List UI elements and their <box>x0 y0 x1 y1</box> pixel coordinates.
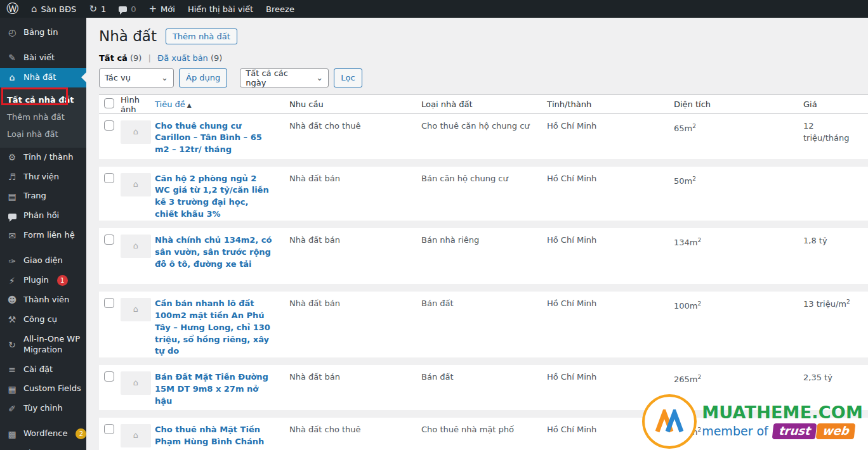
main-content: Nhà đất Thêm nhà đất Tất cả (9) | Đã xuấ… <box>86 18 868 450</box>
house-icon: ⌂ <box>133 240 138 252</box>
row-checkbox[interactable] <box>104 371 114 382</box>
filter-button[interactable]: Lọc <box>334 68 362 87</box>
sort-by-title-link[interactable]: Tiêu đề <box>155 100 185 109</box>
sidebar-item-wp-migration[interactable]: ↻ All-in-One WP Migration <box>0 330 86 360</box>
header-image: Hình ảnh <box>121 95 155 114</box>
dashboard-icon: ◴ <box>6 28 18 37</box>
post-title-link[interactable]: Nhà chính chủ 134m2, có sân vườn, sân tr… <box>155 235 282 271</box>
submenu-item-property-types[interactable]: Loại nhà đất <box>0 125 86 143</box>
sidebar-item-custom-fields[interactable]: ▦ Custom Fields <box>0 379 86 399</box>
cell-type: Cho thuê nhà mặt phố <box>421 424 547 436</box>
sort-asc-icon: ▲ <box>187 102 192 108</box>
chevron-down-icon: ⌄ <box>161 73 168 82</box>
thumbnail-placeholder: ⌂ <box>121 173 151 196</box>
post-title-link[interactable]: Cho thuê nhà Mặt Tiền Phạm Hùng Bình Chá… <box>155 424 282 450</box>
sidebar-item-media[interactable]: ♬ Thư viện <box>0 167 86 187</box>
post-title-link[interactable]: Bán Đất Mặt Tiền Đường 15M DT 9m8 x 27m … <box>155 371 282 408</box>
sidebar-label: Form liên hệ <box>23 230 75 241</box>
gear-icon: ⚙ <box>6 153 18 162</box>
post-title-link[interactable]: Cho thuê chung cư Carillon – Tân Bình – … <box>155 120 282 157</box>
select-all-checkbox[interactable] <box>104 98 114 108</box>
cell-province: Hồ Chí Minh <box>547 173 674 185</box>
submenu-item-add-property[interactable]: Thêm nhà đất <box>0 108 86 125</box>
cell-area: 265m2 <box>674 371 803 386</box>
comments-menu[interactable]: 0 <box>112 0 142 18</box>
sidebar-label: Thư viện <box>23 172 59 183</box>
cell-type: Cho thuê căn hộ chung cư <box>421 120 547 132</box>
sidebar-label: Nhà đất <box>23 72 56 83</box>
apply-button[interactable]: Áp dụng <box>179 68 227 87</box>
row-checkbox[interactable] <box>104 235 114 245</box>
view-published-count: (9) <box>211 53 222 63</box>
collapse-menu-button[interactable]: ◀ Thu gọn menu <box>0 444 86 450</box>
sidebar-item-settings[interactable]: ≡ Cài đặt <box>0 360 86 380</box>
view-filters: Tất cả (9) | Đã xuất bản (9) <box>99 53 868 63</box>
sidebar-label: Thành viên <box>23 295 69 305</box>
post-title-link[interactable]: Cần bán nhanh lô đất 100m2 mặt tiền An P… <box>155 298 282 357</box>
muatheme-logo-icon <box>642 394 697 449</box>
plug-icon: ⚡ <box>6 276 18 285</box>
cell-price: 1,8 tỷ <box>803 235 868 247</box>
row-checkbox[interactable] <box>104 120 114 131</box>
cell-need: Nhà đất bán <box>289 298 421 310</box>
sidebar-item-pages[interactable]: ▤ Trang <box>0 186 86 206</box>
update-count: 1 <box>101 4 106 14</box>
breeze-menu[interactable]: Breeze <box>260 0 301 18</box>
bulk-action-select[interactable]: Tác vụ ⌄ <box>99 68 174 87</box>
sidebar-item-tools[interactable]: ⚒ Công cụ <box>0 310 86 330</box>
sidebar-item-contact-form[interactable]: ✉ Form liên hệ <box>0 226 86 245</box>
new-content-menu[interactable]: + Mới <box>143 0 181 18</box>
comments-icon <box>119 6 127 12</box>
cell-type: Bán căn hộ chung cư <box>421 173 547 185</box>
view-published-link[interactable]: Đã xuất bản <box>157 53 208 63</box>
watermark-trust-badge: trust <box>772 423 816 439</box>
sidebar-item-dashboard[interactable]: ◴ Bảng tin <box>0 23 86 42</box>
header-area: Diện tích <box>674 100 803 109</box>
cell-type: Bán nhà riêng <box>421 235 547 247</box>
cell-type: Bán đất <box>421 371 547 383</box>
view-posts-label: Hiển thị bài viết <box>188 4 253 14</box>
sidebar-item-real-estate[interactable]: ⌂ Nhà đất <box>0 68 86 87</box>
sidebar-item-provinces[interactable]: ⚙ Tỉnh / thành <box>0 148 86 167</box>
add-new-button[interactable]: Thêm nhà đất <box>166 29 237 44</box>
thumbnail-placeholder: ⌂ <box>121 371 151 395</box>
thumbnail-placeholder: ⌂ <box>121 235 151 258</box>
wordfence-badge: 2 <box>76 428 86 439</box>
submenu-item-all-properties[interactable]: Tất cả nhà đất <box>0 91 86 108</box>
view-all-link[interactable]: Tất cả <box>99 53 128 63</box>
migration-icon: ↻ <box>6 340 18 349</box>
grid-icon: ▦ <box>6 385 18 394</box>
table-nav: Tác vụ ⌄ Áp dụng Tất cả các ngày ⌄ Lọc <box>99 68 868 87</box>
cell-area: 134m2 <box>674 235 803 249</box>
sidebar-label: Bài viết <box>23 53 55 63</box>
sidebar-label: Công cụ <box>23 314 57 325</box>
updates-menu[interactable]: ↻ 1 <box>82 0 112 18</box>
sidebar-item-users[interactable]: ☻ Thành viên <box>0 290 86 310</box>
post-title-link[interactable]: Căn hộ 2 phòng ngủ 2 WC giá từ 1,2 tỷ/că… <box>155 173 282 221</box>
cell-price: 13 triệu/m2 <box>803 298 868 311</box>
sidebar-item-appearance[interactable]: ✑ Giao diện <box>0 251 86 271</box>
site-name-menu[interactable]: ⌂ Sàn BĐS <box>25 0 82 18</box>
row-checkbox[interactable] <box>104 424 114 434</box>
row-checkbox[interactable] <box>104 173 114 183</box>
wordpress-logo-icon: Ⓦ <box>6 1 18 17</box>
sidebar-item-posts[interactable]: ✎ Bài viết <box>0 48 86 68</box>
row-checkbox[interactable] <box>104 298 114 308</box>
view-posts-menu[interactable]: Hiển thị bài viết <box>181 0 260 18</box>
sidebar-item-plugins[interactable]: ⚡ Plugin 1 <box>0 271 86 290</box>
wp-logo-menu[interactable]: Ⓦ <box>0 0 25 18</box>
sidebar-item-comments[interactable]: Phản hồi <box>0 206 86 226</box>
thumbnail-placeholder: ⌂ <box>121 120 151 144</box>
sidebar-label: Trang <box>23 191 46 202</box>
breeze-label: Breeze <box>266 4 294 14</box>
sidebar-item-wordfence[interactable]: ▩ Wordfence 2 <box>0 424 86 444</box>
thumbnail-placeholder: ⌂ <box>121 298 151 321</box>
cell-need: Nhà đất bán <box>289 173 421 185</box>
shield-icon: ▩ <box>6 430 18 439</box>
sidebar-label: Wordfence <box>23 428 67 439</box>
date-filter-select[interactable]: Tất cả các ngày ⌄ <box>240 68 329 87</box>
cell-need: Nhà đất cho thuê <box>289 120 421 132</box>
sidebar-item-customize[interactable]: ✐ Tùy chỉnh <box>0 399 86 418</box>
sidebar-label: Cài đặt <box>23 364 53 375</box>
customizer-icon: ✐ <box>6 404 18 413</box>
